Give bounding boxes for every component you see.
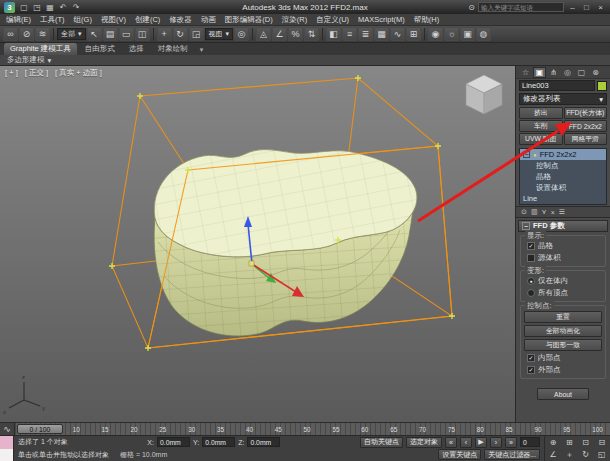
new-scene-icon[interactable]: ▢ (18, 3, 30, 12)
window-crossing-icon[interactable]: ◫ (135, 27, 150, 41)
select-and-rotate-icon[interactable]: ↻ (173, 27, 188, 41)
viewcube[interactable] (466, 75, 502, 114)
open-file-icon[interactable]: ◳ (31, 3, 43, 12)
viewport[interactable]: [ + ] [ 正交 ] [ 真实 + 边面 ] (0, 66, 515, 422)
stack-subitem-control-points[interactable]: 控制点 (520, 160, 606, 171)
maximize-viewport-toggle-icon[interactable]: ◱ (594, 449, 610, 461)
menu-item-group[interactable]: 组(G) (74, 15, 92, 25)
object-name-field[interactable] (519, 80, 595, 91)
gizmo-center[interactable] (249, 261, 254, 266)
z-coordinate-field[interactable] (247, 437, 280, 447)
menu-item-views[interactable]: 视图(V) (101, 15, 126, 25)
ribbon-toggle-icon[interactable]: ▦ (374, 27, 389, 41)
x-coordinate-field[interactable] (157, 437, 190, 447)
pan-icon[interactable]: ＋ (561, 449, 577, 461)
percent-snap-icon[interactable]: % (288, 27, 303, 41)
uvw-map-modifier-button[interactable]: UVW 贴图 (519, 133, 563, 145)
inside-points-checkbox[interactable]: ✓ 内部点 (524, 353, 602, 363)
selection-filter-dropdown[interactable]: 全部▾ (57, 28, 86, 40)
use-pivot-center-icon[interactable]: ◎ (234, 27, 249, 41)
menu-item-tools[interactable]: 工具(T) (40, 15, 65, 25)
remove-modifier-icon[interactable]: × (551, 209, 555, 216)
orbit-icon[interactable]: ↻ (578, 449, 594, 461)
animate-all-button[interactable]: 全部动画化 (524, 325, 602, 337)
show-end-result-icon[interactable]: ▥ (531, 208, 538, 216)
time-ruler[interactable]: 0 5 10 15 20 25 30 35 40 45 50 55 60 65 … (15, 423, 610, 435)
ribbon-tab-graphite-modeling[interactable]: Graphite 建模工具 (4, 43, 77, 55)
menu-item-animation[interactable]: 动画 (201, 15, 216, 25)
modifier-enable-icon[interactable]: ● (533, 152, 537, 158)
key-filters-button[interactable]: 关键点过滤器... (484, 449, 540, 460)
selection-region-icon[interactable]: ▭ (119, 27, 134, 41)
mini-curve-editor-icon[interactable]: ∿ (0, 423, 15, 435)
listener-script-pane[interactable] (0, 449, 13, 461)
menu-item-maxscript[interactable]: MAXScript(M) (358, 15, 405, 24)
auto-key-button[interactable]: 自动关键点 (360, 437, 403, 448)
about-button[interactable]: About (537, 388, 589, 400)
all-vertices-radio[interactable]: 所有顶点 (524, 288, 602, 298)
stack-item-line[interactable]: Line (520, 193, 606, 204)
menu-item-edit[interactable]: 编辑(E) (6, 15, 31, 25)
utilities-tab-icon[interactable]: ⊗ (589, 67, 602, 78)
unlink-selection-icon[interactable]: ⊘ (19, 27, 34, 41)
bind-to-space-warp-icon[interactable]: ≋ (35, 27, 50, 41)
select-by-name-icon[interactable]: ▤ (103, 27, 118, 41)
mirror-icon[interactable]: ◧ (326, 27, 341, 41)
app-button-icon[interactable]: 3 (4, 2, 15, 13)
listener-macro-pane[interactable] (0, 436, 13, 449)
modifier-list-dropdown[interactable]: 修改器列表 ▾ (519, 93, 607, 105)
schematic-view-icon[interactable]: ⊞ (406, 27, 421, 41)
collapse-icon[interactable]: − (523, 151, 530, 158)
material-editor-icon[interactable]: ◉ (428, 27, 443, 41)
select-and-move-icon[interactable]: + (157, 27, 172, 41)
maximize-button[interactable]: □ (581, 3, 592, 12)
render-production-icon[interactable]: ◍ (476, 27, 491, 41)
reference-coordinate-dropdown[interactable]: 视图▾ (205, 28, 234, 40)
menu-item-help[interactable]: 帮助(H) (414, 15, 439, 25)
maxscript-mini-listener[interactable] (0, 436, 14, 461)
select-object-icon[interactable]: ↖ (87, 27, 102, 41)
zoom-extents-icon[interactable]: ⊡ (578, 437, 594, 449)
ribbon-tab-selection[interactable]: 选择 (123, 43, 150, 55)
hierarchy-tab-icon[interactable]: ⋔ (547, 67, 560, 78)
only-in-volume-radio[interactable]: ● 仅在体内 (524, 276, 602, 286)
source-volume-checkbox[interactable]: 源体积 (524, 253, 602, 263)
display-tab-icon[interactable]: ▢ (575, 67, 588, 78)
reset-button[interactable]: 重置 (524, 311, 602, 323)
y-coordinate-field[interactable] (202, 437, 235, 447)
spinner-snap-icon[interactable]: ⇅ (304, 27, 319, 41)
snap-toggle-icon[interactable]: ◬ (256, 27, 271, 41)
undo-icon[interactable]: ↶ (57, 3, 69, 12)
align-icon[interactable]: ≡ (342, 27, 357, 41)
layer-manager-icon[interactable]: ≣ (358, 27, 373, 41)
polygon-modeling-panel[interactable]: 多边形建模 (7, 55, 45, 65)
go-to-start-icon[interactable]: « (445, 437, 457, 448)
zoom-icon[interactable]: ⊕ (545, 437, 561, 449)
close-button[interactable]: × (595, 3, 606, 12)
lathe-modifier-button[interactable]: 车削 (519, 120, 563, 132)
set-key-button[interactable]: 设置关键点 (438, 449, 481, 460)
menu-item-graph-editors[interactable]: 图形编辑器(D) (225, 15, 273, 25)
redo-icon[interactable]: ↷ (70, 3, 82, 12)
pin-stack-icon[interactable]: ⊙ (521, 208, 527, 216)
play-animation-icon[interactable]: ▶ (475, 437, 487, 448)
lattice-checkbox[interactable]: ✓ 晶格 (524, 241, 602, 251)
ribbon-tab-object-paint[interactable]: 对象绘制 (152, 43, 194, 55)
viewport-general-menu[interactable]: [ + ] (5, 68, 18, 78)
ribbon-tab-freeform[interactable]: 自由形式 (79, 43, 121, 55)
select-and-link-icon[interactable]: ∞ (3, 27, 18, 41)
menu-item-create[interactable]: 创建(C) (135, 15, 160, 25)
current-frame-field[interactable] (520, 437, 540, 447)
extrude-modifier-button[interactable]: 挤出 (519, 107, 563, 119)
stack-item-ffd2x2x2[interactable]: − ● FFD 2x2x2 (520, 149, 606, 160)
mesh-object[interactable] (154, 150, 417, 336)
next-frame-icon[interactable]: › (490, 437, 502, 448)
select-and-scale-icon[interactable]: ◲ (189, 27, 204, 41)
go-to-end-icon[interactable]: » (505, 437, 517, 448)
stack-subitem-lattice[interactable]: 晶格 (520, 171, 606, 182)
make-unique-icon[interactable]: ⋎ (542, 208, 547, 216)
save-file-icon[interactable]: ▦ (44, 3, 56, 12)
meshsmooth-modifier-button[interactable]: 网格平滑 (564, 133, 608, 145)
ffd-box-modifier-button[interactable]: FFD(长方体) (564, 107, 608, 119)
menu-item-customize[interactable]: 自定义(U) (316, 15, 349, 25)
